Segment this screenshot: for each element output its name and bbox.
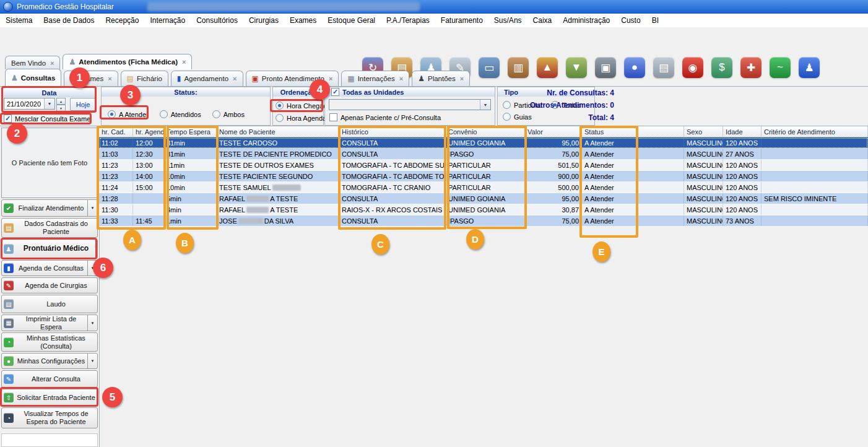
menu-item-bi[interactable]: BI: [646, 14, 664, 27]
menu-item-internacao[interactable]: Internação: [144, 14, 191, 27]
clock-search-icon: ◔: [4, 413, 14, 423]
menu-item-recepcao[interactable]: Recepção: [100, 14, 144, 27]
cell-sexo: MASCULINO: [684, 193, 723, 204]
column-header-criterio[interactable]: Critério de Atendimento: [762, 126, 868, 137]
close-icon[interactable]: ×: [460, 75, 464, 82]
highlight-tempo-espera-column: [167, 126, 219, 230]
cell-criterio: [762, 204, 868, 215]
person-icon: ♟: [11, 74, 18, 82]
dados-cadastrais-paciente-button[interactable]: ▤Dados Cadastrais doPaciente: [1, 218, 98, 238]
tab-bem-vindo[interactable]: Bem Vindo×: [5, 56, 60, 69]
menu-item-administracao[interactable]: Administração: [557, 14, 615, 27]
highlight-hora-columns: [97, 126, 166, 230]
minhas-estatisticas-button[interactable]: ◔Minhas Estatísticas(Consulta): [1, 332, 98, 352]
agenda-de-cirurgias-button[interactable]: ✎Agenda de Cirurgias: [1, 277, 98, 293]
menu-item-estoque-geral[interactable]: Estoque Geral: [322, 14, 381, 27]
cell-idade: 120 ANOS: [723, 182, 762, 193]
button-label: Dados Cadastrais doPaciente: [15, 219, 97, 236]
cell-sexo: MASCULINO: [684, 204, 723, 215]
card-file-icon: ▤: [127, 75, 134, 82]
menu-item-faturamento[interactable]: Faturamento: [435, 14, 488, 27]
cell-nome: TESTE CARDOSO: [217, 137, 339, 148]
window-title: Promedico Gestão Hospitalar: [17, 2, 114, 11]
status-atendidos-radio[interactable]: Atendidos: [160, 110, 201, 118]
cell-idade: 120 ANOS: [723, 160, 762, 170]
highlight-historico-column: [338, 126, 446, 230]
cell-valor: 95,00: [525, 137, 582, 148]
close-icon[interactable]: ×: [399, 75, 403, 82]
finalizar-atendimento-button[interactable]: ✔Finalizar Atendimento▼: [1, 199, 98, 217]
radio-label: Ambos: [224, 111, 245, 118]
tab-atendimentos-ficha-medica[interactable]: ♟Atendimentos (Ficha Médica)×: [63, 54, 192, 69]
toolbar: ↻▤♟✎▭▥▲▼▣●▤◉$✚~♟: [0, 27, 868, 54]
alterar-consulta-button[interactable]: ✎Alterar Consulta: [1, 370, 98, 388]
radio-label: Atendidos: [171, 111, 201, 118]
button-label: Agenda de Consultas: [15, 264, 87, 273]
menu-item-cirurgias[interactable]: Cirurgias: [243, 14, 284, 27]
column-header-sexo[interactable]: Sexo: [684, 126, 723, 137]
subtab-fichario[interactable]: ▤Fichário: [121, 71, 168, 86]
menu-item-consultorios[interactable]: Consultórios: [191, 14, 243, 27]
close-icon[interactable]: ×: [50, 59, 54, 67]
annotation-badge-1: 1: [69, 67, 90, 88]
column-header-idade[interactable]: Idade: [723, 126, 762, 137]
cell-idade: 120 ANOS: [723, 171, 762, 181]
ordenacao-hora-agendada-radio[interactable]: Hora Agendada: [276, 114, 323, 122]
annotation-badge-4: 4: [310, 79, 330, 100]
redacted-text: [246, 196, 269, 202]
subtab-agendamento[interactable]: ▮Agendamento×: [171, 71, 243, 86]
pie-chart-icon: ◔: [4, 337, 14, 347]
radio-icon[interactable]: [276, 114, 284, 122]
radio-icon[interactable]: [212, 110, 220, 118]
cell-valor: 30,87: [525, 204, 582, 215]
sidebar-footer-panel: [1, 433, 98, 447]
title-bar: Promedico Gestão Hospitalar: [0, 0, 868, 14]
annotation-badge-5: 5: [102, 387, 123, 407]
agenda-de-consultas-button[interactable]: ▮Agenda de Consultas▼: [1, 260, 98, 276]
highlight-status-column: [579, 126, 638, 238]
close-icon[interactable]: ×: [182, 58, 186, 66]
subtab-internacoes[interactable]: ▦Internações×: [341, 71, 409, 86]
button-label: Minhas Estatísticas(Consulta): [15, 334, 97, 350]
cell-nome: RAFAEL A TESTE: [217, 193, 339, 204]
menu-item-sistema[interactable]: Sistema: [0, 14, 38, 27]
status-ambos-radio[interactable]: Ambos: [212, 110, 245, 118]
close-icon[interactable]: ×: [329, 75, 332, 82]
pencil-icon: ✎: [4, 374, 14, 384]
app-window: Promedico Gestão Hospitalar SistemaBase …: [0, 0, 868, 447]
check-person-icon: ✔: [4, 203, 14, 213]
close-icon[interactable]: ×: [108, 75, 111, 82]
checkbox-icon[interactable]: [329, 113, 337, 121]
cell-valor: 75,00: [525, 215, 582, 226]
menu-item-sus-ans[interactable]: Sus/Ans: [488, 14, 527, 27]
menu-item-caixa[interactable]: Caixa: [527, 14, 558, 27]
cell-idade: 27 ANOS: [723, 149, 762, 159]
column-header-valor[interactable]: Valor: [525, 126, 582, 137]
checkbox-icon[interactable]: ✓: [331, 88, 339, 96]
minhas-configuracoes-button[interactable]: ●Minhas Configurações▼: [1, 353, 98, 369]
counter-total: Total: 4: [433, 111, 614, 124]
subtab-plantoes[interactable]: ♟Plantões×: [412, 71, 470, 86]
menu-item-exames[interactable]: Exames: [284, 14, 322, 27]
subtab-consultas[interactable]: ♟Consultas: [5, 69, 61, 86]
dropdown-arrow-icon[interactable]: ▼: [87, 354, 97, 368]
menu-item-p-a-terapias[interactable]: P.A./Terapias: [381, 14, 435, 27]
radio-icon[interactable]: [160, 110, 168, 118]
menu-item-base-de-dados[interactable]: Base de Dados: [38, 14, 100, 27]
dropdown-arrow-icon[interactable]: ▼: [87, 315, 97, 331]
tab-label: Fichário: [137, 75, 162, 82]
imprimir-lista-espera-button[interactable]: ▦Imprimir Lista de Espera▼: [1, 315, 98, 331]
menu-item-custo[interactable]: Custo: [615, 14, 646, 27]
cell-sexo: MASCULINO: [684, 160, 723, 170]
highlight-data-panel: [1, 86, 97, 113]
dropdown-arrow-icon[interactable]: ▼: [87, 200, 97, 216]
button-label: Agenda de Cirurgias: [15, 281, 97, 290]
visualizar-tempos-espera-button[interactable]: ◔Visualizar Tempos deEspera do Paciente: [1, 407, 98, 428]
annotation-badge-E: E: [592, 241, 610, 262]
highlight-mesclar-checkbox: [0, 113, 92, 124]
column-header-nome[interactable]: Nome do Paciente: [217, 126, 339, 137]
close-icon[interactable]: ×: [233, 75, 237, 82]
menu-bar: SistemaBase de DadosRecepçãoInternaçãoCo…: [0, 14, 868, 28]
laudo-button[interactable]: ▤Laudo: [1, 295, 98, 313]
cell-criterio: [762, 149, 868, 159]
